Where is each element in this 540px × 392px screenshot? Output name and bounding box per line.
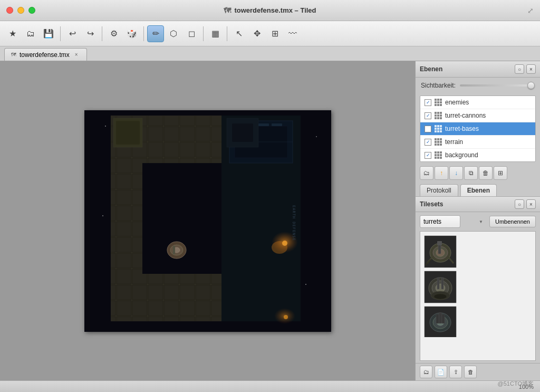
layers-panel-header: Ebenen ○ ×: [416, 61, 540, 78]
new-button[interactable]: ★: [4, 25, 21, 42]
fill-button[interactable]: ⬡: [165, 25, 182, 42]
layer-delete-button[interactable]: 🗑: [479, 166, 493, 180]
layer-item-turret-bases[interactable]: turret-bases: [420, 122, 535, 136]
bottom-tabs: Protokoll Ebenen: [416, 182, 540, 196]
tileset-rename-button[interactable]: Umbenennen: [489, 216, 536, 227]
rect-sel-button[interactable]: ▦: [207, 25, 224, 42]
layer-settings-button[interactable]: ⊞: [494, 166, 507, 180]
save-button[interactable]: 💾: [40, 25, 57, 42]
layer-duplicate-button[interactable]: ⧉: [464, 166, 478, 180]
open-button[interactable]: 🗂: [22, 25, 39, 42]
tilesets-close-button[interactable]: ×: [526, 199, 536, 209]
layer-checkbox-background[interactable]: [425, 152, 431, 159]
layer-checkbox-turret-bases[interactable]: [425, 126, 431, 132]
slider-thumb[interactable]: [527, 82, 535, 89]
layers-collapse-button[interactable]: ○: [515, 64, 524, 74]
tile-stamp-button[interactable]: ⊞: [266, 25, 283, 42]
layer-toolbar: 🗂 ↑ ↓ ⧉ 🗑 ⊞: [416, 164, 540, 182]
tileset-select[interactable]: turrets terrain background: [420, 215, 460, 228]
resize-control[interactable]: ⤢: [527, 6, 534, 15]
main-content: EARTH DEFENSE: [0, 61, 540, 380]
tab-bar: 🗺 towerdefense.tmx ×: [0, 46, 540, 61]
layer-name-enemies: enemies: [445, 99, 469, 106]
layer-name-turret-bases: turret-bases: [445, 125, 479, 132]
layer-grid-icon-turret-cannons: [435, 112, 442, 119]
layer-item-enemies[interactable]: enemies: [420, 96, 535, 109]
layer-name-turret-cannons: turret-cannons: [445, 112, 486, 119]
random-button[interactable]: 🎲: [123, 25, 140, 42]
layer-add-button[interactable]: 🗂: [420, 166, 433, 180]
tilesets-panel-actions: ○ ×: [515, 199, 536, 209]
svg-point-18: [102, 215, 103, 216]
svg-point-38: [282, 241, 287, 246]
minimize-button[interactable]: [17, 7, 24, 14]
separator-3: [143, 26, 144, 41]
redo-button[interactable]: ↪: [82, 25, 99, 42]
tilesets-header: Tilesets ○ ×: [416, 197, 540, 212]
tab-close-button[interactable]: ×: [73, 51, 80, 59]
layer-item-background[interactable]: background: [420, 149, 535, 161]
svg-rect-58: [437, 241, 442, 245]
layer-move-down-button[interactable]: ↓: [449, 166, 463, 180]
tab-towerdefense[interactable]: 🗺 towerdefense.tmx ×: [4, 48, 87, 61]
layer-grid-icon-enemies: [435, 99, 442, 106]
layer-checkbox-terrain[interactable]: [425, 139, 431, 146]
svg-rect-74: [439, 313, 442, 323]
tileset-select-wrapper: turrets terrain background: [420, 215, 486, 228]
move-button[interactable]: ✥: [248, 25, 265, 42]
layer-item-turret-cannons[interactable]: turret-cannons: [420, 109, 535, 122]
tileset-sprites-svg: [420, 232, 536, 337]
layer-grid-icon-background: [435, 151, 442, 159]
layer-checkbox-turret-cannons[interactable]: [425, 112, 431, 119]
tab-label: towerdefense.tmx: [20, 51, 70, 59]
window-controls: [6, 7, 35, 14]
layer-grid-icon-terrain: [435, 138, 442, 146]
layer-item-terrain[interactable]: terrain: [420, 136, 535, 149]
pointer-button[interactable]: ↖: [230, 25, 247, 42]
tileset-export-button[interactable]: ⇪: [449, 366, 462, 378]
layer-checkbox-enemies[interactable]: [425, 99, 431, 106]
tab-ebenen[interactable]: Ebenen: [460, 184, 497, 196]
svg-point-21: [316, 136, 317, 137]
svg-rect-51: [111, 163, 142, 274]
eraser-button[interactable]: ◻: [183, 25, 200, 42]
svg-point-40: [284, 315, 288, 319]
tileset-toolbar: 🗂 📄 ⇪ 🗑: [416, 363, 540, 380]
main-toolbar: ★ 🗂 💾 ↩ ↪ ⚙ 🎲 ✏ ⬡ ◻ ▦ ↖ ✥ ⊞ 〰: [0, 21, 540, 46]
layer-grid-icon-turret-bases: [435, 125, 442, 132]
tilesets-collapse-button[interactable]: ○: [515, 199, 524, 209]
pencil-button[interactable]: ✏: [147, 25, 164, 42]
map-canvas[interactable]: EARTH DEFENSE: [84, 110, 331, 332]
maximize-button[interactable]: [28, 7, 35, 14]
turret-sprite-1: [425, 236, 456, 267]
canvas-area[interactable]: EARTH DEFENSE: [0, 61, 415, 380]
tab-protokoll[interactable]: Protokoll: [420, 184, 458, 196]
svg-point-13: [105, 126, 106, 127]
turret-sprite-2: [425, 271, 456, 303]
svg-rect-43: [116, 121, 140, 145]
tileset-selector-row: turrets terrain background Umbenennen: [416, 212, 540, 231]
path-button[interactable]: 〰: [284, 25, 301, 42]
close-button[interactable]: [6, 7, 13, 14]
layers-close-button[interactable]: ×: [526, 64, 536, 74]
undo-button[interactable]: ↩: [64, 25, 81, 42]
layers-panel-title: Ebenen: [420, 65, 442, 73]
visibility-row: Sichtbarkeit:: [416, 78, 540, 93]
layer-name-terrain: terrain: [445, 138, 463, 146]
tileset-new-button[interactable]: 📄: [435, 366, 447, 378]
tab-icon: 🗺: [11, 52, 16, 58]
visibility-slider[interactable]: [460, 84, 535, 87]
svg-rect-45: [232, 123, 253, 142]
layer-name-background: background: [445, 151, 478, 159]
tileset-delete-button[interactable]: 🗑: [464, 366, 477, 378]
separator-5: [227, 26, 227, 41]
status-bar: 100%: [0, 380, 540, 392]
svg-rect-66: [437, 278, 439, 289]
layer-move-up-button[interactable]: ↑: [435, 166, 448, 180]
tileset-canvas[interactable]: [420, 231, 536, 361]
stamp-button[interactable]: ⚙: [105, 25, 122, 42]
svg-point-65: [436, 284, 445, 292]
right-panel: Ebenen ○ × Sichtbarkeit:: [415, 61, 540, 380]
tileset-add-button[interactable]: 🗂: [420, 366, 432, 378]
svg-rect-49: [173, 246, 175, 254]
